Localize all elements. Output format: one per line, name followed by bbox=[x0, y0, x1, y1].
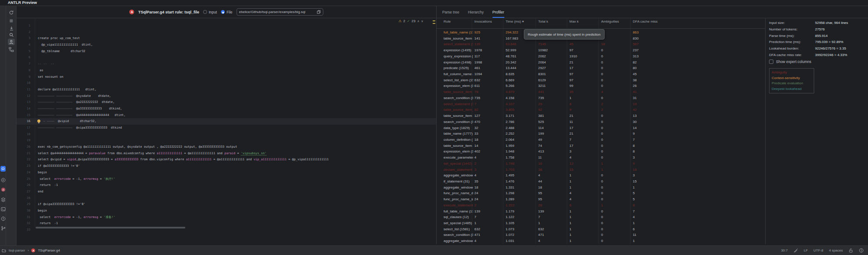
horizontal-scrollbar[interactable] bbox=[36, 227, 185, 229]
profiler-table-row[interactable]: table_source_item (15...1273.17138121013 bbox=[436, 113, 765, 119]
tab-profiler[interactable]: Profiler bbox=[493, 10, 504, 18]
column-header-max-k[interactable]: Max k bbox=[569, 20, 579, 23]
profiler-table-row[interactable]: func_proc_name_data...241.29895405 bbox=[436, 190, 765, 196]
refresh-button[interactable] bbox=[8, 9, 15, 16]
profiler-table-row[interactable]: func_proc_name_serv...241.28995405 bbox=[436, 196, 765, 202]
profiler-table-header[interactable]: RuleInvocationsTime (ms) ▾Total kMax kAm… bbox=[436, 18, 765, 29]
code-line[interactable]: 1 bbox=[16, 23, 436, 29]
code-line[interactable]: 4 @p_vipa1111111111111 dtint, bbox=[16, 42, 436, 48]
profiler-table-row[interactable]: data_type (1829)322.48811417014 bbox=[436, 125, 765, 131]
code-line[interactable]: 3create proc up_com_test bbox=[16, 35, 436, 42]
column-header-time-ms-[interactable]: Time (ms) ▾ bbox=[506, 20, 524, 23]
search-button[interactable] bbox=[8, 32, 15, 38]
column-header-dfa-cache-miss[interactable]: DFA cache miss bbox=[633, 20, 658, 23]
code-line[interactable]: 11declare @a1111111111111 dtint, bbox=[16, 86, 436, 93]
profiler-table-row[interactable]: declare_statement (7...31.7033815116 bbox=[436, 167, 765, 173]
profiler-table-row[interactable]: sql_clauses (12)71.1227104 bbox=[436, 214, 765, 220]
code-line[interactable]: 2 bbox=[16, 29, 436, 36]
profiler-table-row[interactable]: full_column_name (17...10948.63583019704… bbox=[436, 71, 765, 77]
expert-columns-toggle[interactable]: Show expert columns bbox=[769, 60, 811, 64]
code-line[interactable]: 20exec nb_com_getsysconfig @a11111111111… bbox=[16, 144, 436, 150]
input-radio[interactable]: Input bbox=[203, 10, 217, 14]
code-line[interactable]: 6 bbox=[16, 54, 436, 61]
code-line[interactable]: 30begin bbox=[16, 208, 436, 214]
code-line[interactable]: 18 bbox=[16, 131, 436, 138]
code-line[interactable]: 23if @a333333333333 !='0' bbox=[16, 163, 436, 169]
caret-position[interactable]: 30:7 bbox=[781, 248, 788, 252]
code-line[interactable]: 31 select errorcode = -1, errormsg = '准备… bbox=[16, 214, 436, 221]
column-header-rule[interactable]: Rule bbox=[444, 20, 450, 23]
profiler-table-row[interactable]: aggregate_windowed...41.0314101 bbox=[436, 238, 765, 244]
profiler-table-row[interactable]: search_condition (1516)4711.0724711011 bbox=[436, 232, 765, 238]
column-header-invocations[interactable]: Invocations bbox=[474, 20, 492, 23]
profiler-table-row[interactable]: query_expression (1527)11748.76120621910… bbox=[436, 53, 765, 60]
code-editor[interactable]: 123create proc up_com_test4 @p_vipa11111… bbox=[16, 18, 436, 244]
code-line[interactable]: 16 — ———— @vipid dtchar32, bbox=[16, 118, 436, 125]
profiler-table-row[interactable]: expression (1498)199820.342206421082 bbox=[436, 60, 765, 66]
code-line[interactable]: 27end bbox=[16, 189, 436, 195]
problems-toolwindow-button[interactable] bbox=[0, 216, 6, 222]
profiler-table-row[interactable]: execute_statement (9...21.22228618 bbox=[436, 202, 765, 209]
code-line[interactable]: 10 bbox=[16, 80, 436, 86]
profiler-table-row[interactable]: expression (1495)197852.99910982970237 bbox=[436, 47, 765, 53]
profiler-table-row[interactable]: search_condition (1519)7354.1587351031 bbox=[436, 95, 765, 101]
profiler-table-row[interactable]: select_list_elem (1592)6326.669612997038 bbox=[436, 77, 765, 83]
current-file-name[interactable]: TSqlParser.g4 bbox=[38, 248, 60, 252]
inspection-widget[interactable]: ⚠2 ✓23 ∧ ∨ bbox=[398, 19, 423, 23]
code-line[interactable]: 12————————— ————————— @sysdate dtdate, bbox=[16, 93, 436, 99]
tab-parse-tree[interactable]: Parse tree bbox=[442, 10, 459, 18]
readonly-pen-icon[interactable] bbox=[793, 248, 798, 253]
profiler-table-row[interactable]: table_name (1777)332.2521992109 bbox=[436, 131, 765, 137]
file-radio[interactable]: File bbox=[221, 10, 233, 14]
indent-setting[interactable]: 4 spaces bbox=[829, 248, 843, 252]
lock-open-icon[interactable] bbox=[848, 248, 853, 253]
code-line[interactable]: 9set nocount on bbox=[16, 74, 436, 80]
next-issue-button[interactable]: ∨ bbox=[421, 20, 423, 23]
profiler-mode-button[interactable] bbox=[8, 39, 15, 45]
column-header-ambiguities[interactable]: Ambiguities bbox=[601, 20, 619, 23]
project-name[interactable]: tsql-parser bbox=[9, 248, 25, 252]
code-line[interactable]: 28 bbox=[16, 195, 436, 202]
services-toolwindow-button[interactable] bbox=[0, 197, 6, 202]
code-line[interactable]: 15————————— ————————— @a4444444444444444… bbox=[16, 112, 436, 119]
export-button[interactable] bbox=[8, 25, 15, 32]
prev-issue-button[interactable]: ∧ bbox=[417, 20, 419, 23]
git-toolwindow-button[interactable] bbox=[0, 225, 6, 231]
code-line[interactable]: 29if @vipa333333333333 !='0' bbox=[16, 201, 436, 208]
profiler-table-row[interactable]: expression_elem (1590)6115.266321199026 bbox=[436, 83, 765, 89]
profiler-table-row[interactable]: search_condition (1517)4702.78652511030 bbox=[436, 119, 765, 125]
profiler-table-row[interactable]: table_source_item (16...784.87944135441 bbox=[436, 89, 765, 95]
run-toolwindow-button[interactable] bbox=[0, 177, 6, 183]
profiler-table-row[interactable]: predicate (1525)46113.444292717080 bbox=[436, 65, 765, 71]
profiler-table-row[interactable]: aggregate_windowed...41.4954103 bbox=[436, 172, 765, 179]
tab-hierarchy[interactable]: Hierarchy bbox=[468, 10, 483, 18]
profiler-table-row[interactable]: select_statement (1469)13963.84671454518… bbox=[436, 41, 765, 47]
profiler-table-row[interactable]: expression_elem (1589)4021.948413308 bbox=[436, 149, 765, 155]
profiler-table-row[interactable]: set_special (1442)21.748161219 bbox=[436, 161, 765, 167]
antlr-toolwindow-button[interactable]: A bbox=[0, 187, 6, 192]
antlr-preview-toolwindow-button[interactable] bbox=[0, 166, 6, 172]
code-line[interactable]: 5 @p_tblname dtchar32 bbox=[16, 48, 436, 55]
terminal-toolwindow-button[interactable] bbox=[0, 206, 6, 212]
profiler-table-row[interactable]: select_statement (15...74.107298219 bbox=[436, 101, 765, 107]
file-encoding[interactable]: UTF-8 bbox=[813, 248, 823, 252]
code-line[interactable]: 24begin bbox=[16, 169, 436, 176]
code-line[interactable]: 7-- -- -- bbox=[16, 61, 436, 67]
error-stripe-mark[interactable] bbox=[433, 20, 435, 21]
code-line[interactable]: 32 return -1 bbox=[16, 220, 436, 227]
code-line[interactable]: 14————————— ————————— @a333333333333 dtk… bbox=[16, 106, 436, 112]
code-line[interactable]: 8 as bbox=[16, 67, 436, 74]
profiler-table-row[interactable]: table_source_item (15...141.959741708 bbox=[436, 143, 765, 149]
profiler-table-row[interactable]: if_statement (31)351.476441015 bbox=[436, 179, 765, 185]
profiler-table-row[interactable]: select_list (1581)6321.073632106 bbox=[436, 226, 765, 232]
stop-button[interactable] bbox=[8, 17, 15, 24]
code-line[interactable]: 19 bbox=[16, 137, 436, 144]
code-line[interactable]: 13————————— ————————— @a2222222222 dtdat… bbox=[16, 99, 436, 106]
hierarchy-mode-button[interactable] bbox=[8, 46, 15, 53]
line-ending[interactable]: LF bbox=[804, 248, 808, 252]
profiler-table-row[interactable]: full_table_name (1773)1391.179139107 bbox=[436, 209, 765, 215]
profiler-table-row[interactable]: set_special (1485)11.1051101 bbox=[436, 220, 765, 226]
copy-icon[interactable] bbox=[317, 10, 321, 14]
code-line[interactable]: 25 select errorcode = -1, errormsg = '执行… bbox=[16, 176, 436, 182]
profiler-table-row[interactable]: table_source_item_j...823.805929242 bbox=[436, 107, 765, 113]
